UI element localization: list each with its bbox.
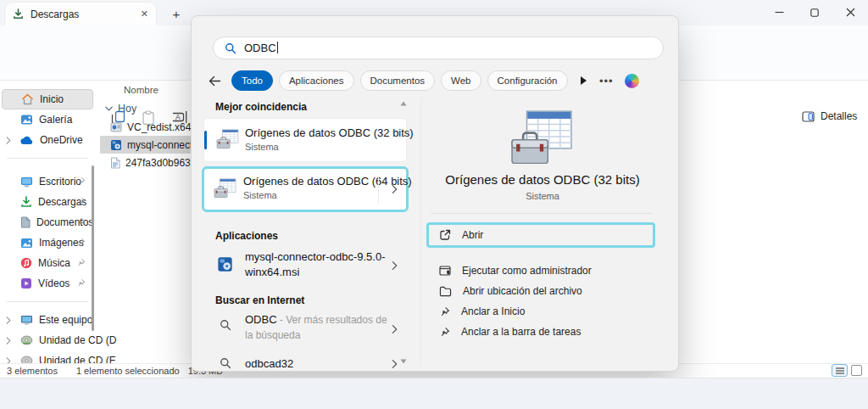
detail-subtitle: Sistema: [415, 191, 670, 201]
folder-icon: [439, 286, 452, 297]
expand-chevron-icon[interactable]: [6, 317, 11, 324]
pictures-icon: [20, 238, 33, 249]
chevron-right-icon[interactable]: [392, 360, 398, 369]
details-button[interactable]: Detalles: [802, 110, 857, 122]
column-header-name[interactable]: Nombre: [100, 81, 202, 99]
tab-title: Descargas: [31, 8, 134, 20]
navigation-pane: Inicio Galería OneDrive Escritorio Desca…: [0, 81, 95, 363]
apps-header: Aplicaciones: [215, 230, 278, 242]
result-mysql-msi[interactable]: mysql-connector-odbc-9.5.0- winx64.msi: [204, 247, 406, 284]
sidebar-item-descargas[interactable]: Descargas: [0, 192, 95, 212]
this-pc-icon: [20, 315, 33, 326]
sidebar-item-este-equipo[interactable]: Este equipo: [0, 310, 95, 330]
download-icon: [13, 8, 24, 20]
file-list: Nombre Hoy VC_redist.x64 mysql-connector…: [100, 81, 202, 361]
document-file-icon: [110, 157, 120, 169]
action-anclar-barra[interactable]: Anclar a la barra de tareas: [426, 322, 655, 342]
sidebar-item-imagenes[interactable]: Imágenes: [0, 233, 95, 253]
scroll-up-icon[interactable]: [400, 101, 407, 106]
odbc-large-icon: [509, 109, 574, 166]
windows-search-panel: ODBC Todo Aplicaciones Documentos Web Co…: [191, 15, 679, 372]
sidebar-item-inicio[interactable]: Inicio: [2, 89, 93, 109]
installer-file-icon: [110, 121, 122, 133]
list-view-toggle[interactable]: [832, 364, 848, 377]
row-divider: [378, 175, 379, 204]
file-row-vc-redist[interactable]: VC_redist.x64: [100, 118, 202, 136]
sidebar-item-onedrive[interactable]: OneDrive: [0, 130, 95, 150]
detail-title: Orígenes de datos ODBC (32 bits): [415, 172, 670, 187]
filter-todo[interactable]: Todo: [231, 70, 273, 91]
cd-drive-icon: [20, 335, 33, 345]
tab-close-icon[interactable]: ✕: [141, 8, 148, 20]
taskbar: 3 21°C Mayorm. soleado Buscar: [0, 378, 868, 409]
scroll-down-icon[interactable]: [400, 359, 407, 364]
scroll-filters-right-icon[interactable]: [579, 76, 588, 86]
music-icon: [20, 257, 32, 269]
result-web-odbc[interactable]: ODBC - Ver más resultados de la búsqueda: [204, 311, 406, 348]
pin-icon: [439, 306, 450, 317]
sidebar-item-documentos[interactable]: Documentos: [0, 212, 95, 233]
desktop-folder-icon: [20, 176, 33, 188]
home-icon: [21, 93, 34, 105]
panel-divider: [420, 98, 421, 366]
filter-aplicaciones[interactable]: Aplicaciones: [279, 70, 354, 91]
filter-configuracion[interactable]: Configuración: [487, 70, 568, 91]
status-item-count: 3 elementos: [7, 366, 58, 376]
result-odbc-32[interactable]: Orígenes de datos ODBC (32 bits) Sistema: [204, 119, 406, 161]
chevron-right-icon[interactable]: [392, 325, 398, 334]
explorer-tab-descargas[interactable]: Descargas ✕: [5, 3, 156, 25]
pin-icon: [439, 327, 450, 338]
msi-file-icon: [110, 139, 122, 151]
filter-pills: Todo Aplicaciones Documentos Web Configu…: [231, 70, 570, 91]
action-ejecutar-admin[interactable]: Ejecutar como administrador: [426, 261, 655, 281]
msi-app-icon: [217, 256, 233, 272]
chevron-right-icon[interactable]: [392, 185, 398, 194]
sidebar-item-musica[interactable]: Música: [0, 253, 95, 273]
result-web-odbcad32[interactable]: odbcad32: [204, 354, 406, 374]
more-options-icon[interactable]: •••: [599, 75, 614, 87]
filter-web[interactable]: Web: [441, 70, 481, 91]
downloads-icon: [20, 196, 32, 208]
odbc-icon: [216, 129, 239, 149]
maximize-button[interactable]: [797, 0, 832, 25]
search-query-text: ODBC: [244, 42, 278, 54]
details-button-label: Detalles: [821, 110, 857, 122]
onedrive-cloud-icon: [20, 136, 34, 145]
odbc-icon: [214, 178, 236, 199]
back-arrow-icon[interactable]: [208, 76, 221, 87]
group-header-hoy[interactable]: Hoy: [100, 99, 202, 118]
best-match-header: Mejor coincidencia: [215, 101, 307, 113]
sidebar-item-escritorio[interactable]: Escritorio: [0, 171, 95, 192]
pin-icon: [76, 238, 86, 247]
search-input[interactable]: ODBC: [213, 36, 664, 59]
result-odbc-64[interactable]: Orígenes de datos ODBC (64 bits) Sistema: [202, 166, 409, 212]
expand-chevron-icon[interactable]: [6, 137, 11, 144]
text-caret: [277, 42, 279, 53]
sidebar-divider: [7, 158, 88, 159]
action-abrir[interactable]: Abrir: [426, 222, 655, 248]
file-row-mysql-connector[interactable]: mysql-connector-: [100, 136, 202, 154]
action-abrir-ubicacion[interactable]: Abrir ubicación del archivo: [426, 281, 655, 301]
new-tab-button[interactable]: +: [167, 4, 186, 23]
videos-icon: [20, 277, 32, 289]
pin-icon: [76, 278, 86, 288]
open-external-icon: [439, 229, 451, 241]
copilot-icon[interactable]: [625, 74, 639, 88]
close-button[interactable]: [832, 0, 868, 25]
sidebar-item-videos[interactable]: Vídeos: [0, 273, 95, 294]
pin-icon: [76, 258, 86, 267]
sidebar-item-cd-d[interactable]: Unidad de CD (D: [0, 330, 95, 350]
details-pane-icon: [802, 111, 815, 122]
minimize-button[interactable]: [761, 0, 797, 25]
chevron-right-icon[interactable]: [392, 261, 398, 271]
filter-documentos[interactable]: Documentos: [360, 70, 436, 91]
expand-chevron-icon[interactable]: [6, 337, 11, 345]
pin-icon: [76, 176, 86, 186]
grid-view-toggle[interactable]: [851, 365, 862, 376]
pin-icon: [76, 217, 86, 227]
sidebar-divider: [7, 301, 88, 302]
file-row-247fa[interactable]: 247fa3d0b963f463d: [100, 154, 202, 171]
sidebar-item-galeria[interactable]: Galería: [0, 109, 95, 130]
sidebar-scrollbar[interactable]: [92, 165, 94, 331]
action-anclar-inicio[interactable]: Anclar a Inicio: [426, 301, 655, 322]
